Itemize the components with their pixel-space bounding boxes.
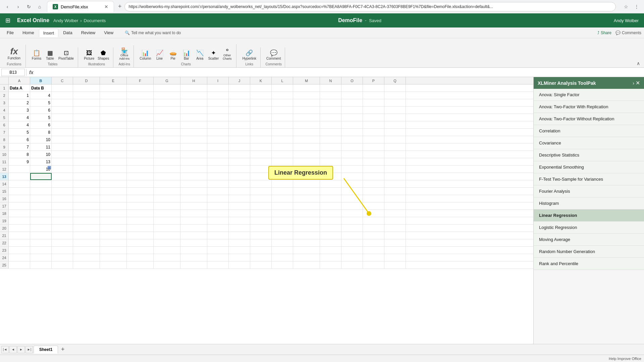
cell-d10[interactable] (73, 151, 100, 158)
cell-o23[interactable] (341, 247, 363, 254)
cell-b4[interactable]: 6 (30, 107, 52, 114)
cell-q7[interactable] (384, 129, 406, 136)
cell-g6[interactable] (154, 121, 180, 128)
menu-data[interactable]: Data (59, 29, 76, 37)
cell-c22[interactable] (52, 239, 73, 246)
cell-h15[interactable] (180, 188, 207, 195)
hyperlink-button[interactable]: 🔗 Hyperlink (241, 49, 258, 61)
cell-g20[interactable] (154, 225, 180, 232)
cell-h11[interactable] (180, 158, 207, 165)
cell-d6[interactable] (73, 121, 100, 128)
cell-a8[interactable]: 6 (9, 136, 30, 143)
cell-d17[interactable] (73, 202, 100, 209)
cell-d20[interactable] (73, 225, 100, 232)
cell-j13[interactable] (229, 173, 250, 180)
cell-d14[interactable] (73, 180, 100, 187)
pie-chart-button[interactable]: 🥧 Pie (167, 49, 179, 61)
cell-m11[interactable] (293, 158, 320, 165)
cell-g16[interactable] (154, 195, 180, 202)
cell-i3[interactable] (207, 99, 229, 106)
cell-k5[interactable] (250, 114, 272, 121)
cell-e23[interactable] (100, 247, 127, 254)
cell-d21[interactable] (73, 232, 100, 239)
cell-k15[interactable] (250, 188, 272, 195)
cell-b7[interactable]: 8 (30, 129, 52, 136)
cell-j17[interactable] (229, 202, 250, 209)
cell-m20[interactable] (293, 225, 320, 232)
cell-n16[interactable] (320, 195, 341, 202)
cell-h4[interactable] (180, 107, 207, 114)
cell-g11[interactable] (154, 158, 180, 165)
cell-m9[interactable] (293, 143, 320, 150)
cell-o4[interactable] (341, 107, 363, 114)
cell-m18[interactable] (293, 210, 320, 217)
cell-f6[interactable] (127, 121, 154, 128)
cell-a25[interactable] (9, 261, 30, 268)
cell-i12[interactable] (207, 166, 229, 173)
col-header-p[interactable]: P (363, 77, 384, 84)
forward-button[interactable]: › (13, 2, 23, 11)
cell-d1[interactable] (73, 84, 100, 92)
cell-a15[interactable] (9, 188, 30, 195)
bookmark-button[interactable]: ☆ (621, 2, 631, 11)
cell-l5[interactable] (272, 114, 293, 121)
cell-j11[interactable] (229, 158, 250, 165)
cell-g1[interactable] (154, 84, 180, 92)
cell-j12[interactable] (229, 166, 250, 173)
cell-reference-box[interactable] (1, 69, 25, 76)
cell-j4[interactable] (229, 107, 250, 114)
cell-g14[interactable] (154, 180, 180, 187)
cell-l25[interactable] (272, 261, 293, 268)
cell-e4[interactable] (100, 107, 127, 114)
cell-f11[interactable] (127, 158, 154, 165)
cell-l22[interactable] (272, 239, 293, 246)
cell-d19[interactable] (73, 217, 100, 224)
cell-b8[interactable]: 10 (30, 136, 52, 143)
cell-f4[interactable] (127, 107, 154, 114)
cell-h22[interactable] (180, 239, 207, 246)
menu-review[interactable]: Review (77, 29, 100, 37)
back-button[interactable]: ‹ (3, 2, 12, 11)
cell-f25[interactable] (127, 261, 154, 268)
xlminer-item-6[interactable]: Exponential Smoothing (534, 161, 644, 173)
cell-o10[interactable] (341, 151, 363, 158)
cell-p10[interactable] (363, 151, 384, 158)
cell-k10[interactable] (250, 151, 272, 158)
cell-g23[interactable] (154, 247, 180, 254)
cell-e25[interactable] (100, 261, 127, 268)
col-header-f[interactable]: F (127, 77, 154, 84)
cell-m5[interactable] (293, 114, 320, 121)
cell-j23[interactable] (229, 247, 250, 254)
cell-h21[interactable] (180, 232, 207, 239)
table-button[interactable]: ▦ Table (44, 49, 56, 61)
cell-q16[interactable] (384, 195, 406, 202)
cell-a21[interactable] (9, 232, 30, 239)
cell-f12[interactable] (127, 166, 154, 173)
office-addins-button[interactable]: 🏪 OfficeAdd-Ins (118, 47, 131, 61)
cell-l11[interactable] (272, 158, 293, 165)
cell-i16[interactable] (207, 195, 229, 202)
cell-n11[interactable] (320, 158, 341, 165)
cell-a24[interactable] (9, 254, 30, 261)
cell-q8[interactable] (384, 136, 406, 143)
line-chart-button[interactable]: 📈 Line (153, 49, 166, 61)
cell-c9[interactable] (52, 143, 73, 150)
cell-n19[interactable] (320, 217, 341, 224)
cell-o19[interactable] (341, 217, 363, 224)
cell-b10[interactable]: 10 (30, 151, 52, 158)
cell-b9[interactable]: 11 (30, 143, 52, 150)
xlminer-item-1[interactable]: Anova: Two-Factor With Replication (534, 101, 644, 113)
cell-p24[interactable] (363, 254, 384, 261)
cell-f5[interactable] (127, 114, 154, 121)
cell-q9[interactable] (384, 143, 406, 150)
cell-h12[interactable] (180, 166, 207, 173)
comment-button[interactable]: 💬 Comment (265, 49, 282, 61)
cell-i1[interactable] (207, 84, 229, 92)
cell-o7[interactable] (341, 129, 363, 136)
cell-i7[interactable] (207, 129, 229, 136)
cell-n8[interactable] (320, 136, 341, 143)
cell-q1[interactable] (384, 84, 406, 92)
cell-m22[interactable] (293, 239, 320, 246)
cell-o21[interactable] (341, 232, 363, 239)
cell-h10[interactable] (180, 151, 207, 158)
